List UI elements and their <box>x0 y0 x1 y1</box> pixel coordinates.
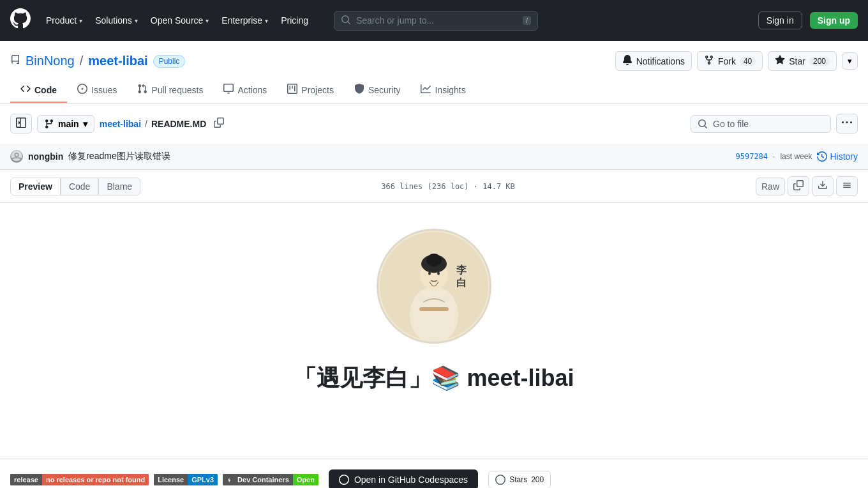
tab-projects[interactable]: Projects <box>277 79 344 103</box>
star-count: 200 <box>809 57 830 66</box>
fork-icon <box>704 55 714 67</box>
copy-raw-button[interactable] <box>788 176 809 196</box>
fork-count: 40 <box>740 57 756 66</box>
repo-action-add-button[interactable]: ▾ <box>842 52 858 70</box>
branch-selector-button[interactable]: main ▾ <box>37 115 94 133</box>
history-link[interactable]: History <box>817 151 858 162</box>
commit-row: nongbin 修复readme图片读取错误 9597284 · last we… <box>0 144 868 170</box>
actions-icon <box>223 84 234 96</box>
notifications-button[interactable]: Notifications <box>615 51 692 71</box>
main-header: Product ▾ Solutions ▾ Open Source ▾ Ente… <box>0 0 868 41</box>
github-logo[interactable] <box>10 8 31 33</box>
open-codespaces-button[interactable]: Open in GitHub Codespaces <box>329 469 478 488</box>
branch-chevron-icon: ▾ <box>83 119 87 129</box>
security-icon <box>354 84 364 96</box>
nav-open-source[interactable]: Open Source ▾ <box>146 11 214 29</box>
download-button[interactable] <box>812 176 834 196</box>
repo-name-link[interactable]: meet-libai <box>88 54 147 68</box>
license-badge[interactable]: License GPLv3 <box>154 473 218 486</box>
svg-text:李: 李 <box>456 264 467 275</box>
copy-path-button[interactable] <box>210 115 228 133</box>
file-tab-preview[interactable]: Preview <box>10 178 61 195</box>
svg-text:白: 白 <box>456 277 467 288</box>
star-button[interactable]: Star 200 <box>768 51 837 71</box>
header-actions: Sign in Sign up <box>758 11 858 29</box>
svg-rect-7 <box>419 307 449 311</box>
more-options-button[interactable] <box>836 114 858 133</box>
go-to-file-label: Go to file <box>713 119 749 129</box>
file-tab-blame[interactable]: Blame <box>98 178 140 195</box>
tab-insights[interactable]: Insights <box>410 79 475 103</box>
search-icon <box>341 15 351 27</box>
file-actions: Raw <box>756 176 858 196</box>
chevron-down-icon: ▾ <box>265 17 268 24</box>
nav-enterprise[interactable]: Enterprise ▾ <box>216 11 273 29</box>
repo-title: BinNong / meet-libai Public <box>10 54 185 68</box>
repo-actions: Notifications Fork 40 Star 200 ▾ <box>615 51 858 71</box>
commit-time-label: last week <box>780 152 812 161</box>
star-icon <box>775 55 785 67</box>
sign-in-button[interactable]: Sign in <box>758 11 802 29</box>
repo-header: BinNong / meet-libai Public Notification… <box>0 41 868 103</box>
projects-icon <box>287 84 297 96</box>
breadcrumb-repo-link[interactable]: meet-libai <box>100 119 141 129</box>
commit-author[interactable]: nongbin <box>28 151 63 162</box>
nav-product[interactable]: Product ▾ <box>41 11 87 29</box>
file-tabs: Preview Code Blame <box>10 178 140 195</box>
tab-security[interactable]: Security <box>344 79 411 103</box>
file-view-header: Preview Code Blame 366 lines (236 loc) ·… <box>0 170 868 203</box>
fork-button[interactable]: Fork 40 <box>697 51 763 71</box>
commit-time: · <box>773 152 775 161</box>
pull-request-icon <box>137 84 147 96</box>
svg-point-4 <box>426 254 442 266</box>
repo-owner-link[interactable]: BinNong <box>26 54 75 68</box>
repo-icon <box>10 55 20 68</box>
search-shortcut: / <box>523 16 531 25</box>
repo-tabs: Code Issues Pull requests Actions Projec… <box>10 79 858 103</box>
file-tab-code[interactable]: Code <box>61 178 98 195</box>
release-badge[interactable]: release no releases or repo not found <box>10 473 149 486</box>
readme-portrait: 李 白 <box>377 229 491 344</box>
search-input[interactable] <box>356 15 518 26</box>
tab-pull-requests[interactable]: Pull requests <box>127 79 213 103</box>
breadcrumb: meet-libai / README.MD <box>100 115 390 133</box>
sidebar-toggle-button[interactable] <box>10 114 32 133</box>
nav-solutions[interactable]: Solutions ▾ <box>90 11 143 29</box>
chevron-down-icon: ▾ <box>206 17 209 24</box>
repo-visibility-badge: Public <box>153 55 186 68</box>
search-box[interactable]: / <box>334 11 538 31</box>
main-nav: Product ▾ Solutions ▾ Open Source ▾ Ente… <box>41 11 313 29</box>
insights-icon <box>421 84 431 96</box>
issues-icon <box>77 84 87 96</box>
breadcrumb-file: README.MD <box>151 119 206 129</box>
raw-button[interactable]: Raw <box>756 178 785 195</box>
tab-code[interactable]: Code <box>10 79 67 103</box>
chevron-down-icon: ▾ <box>79 17 82 24</box>
sign-up-button[interactable]: Sign up <box>810 12 858 29</box>
readme-content: 李 白 「遇见李白」📚 meet-libai <box>0 203 868 459</box>
badge-row: release no releases or repo not found Li… <box>0 459 868 488</box>
dev-containers-badge[interactable]: Dev Containers Open <box>223 473 318 486</box>
tab-actions[interactable]: Actions <box>213 79 277 103</box>
avatar <box>10 150 23 163</box>
svg-point-5 <box>428 272 431 275</box>
file-browser-header: main ▾ meet-libai / README.MD Go to file <box>0 103 868 144</box>
bell-icon <box>622 55 632 67</box>
search-container: / <box>334 11 538 31</box>
repo-title-row: BinNong / meet-libai Public Notification… <box>10 51 858 71</box>
commit-message: 修复readme图片读取错误 <box>68 151 170 162</box>
code-icon <box>20 84 31 96</box>
tab-issues[interactable]: Issues <box>67 79 127 103</box>
file-meta: 366 lines (236 loc) · 14.7 KB <box>381 182 515 191</box>
readme-title: 「遇见李白」📚 meet-libai <box>10 363 858 394</box>
go-to-file-button[interactable]: Go to file <box>691 115 831 133</box>
svg-point-6 <box>437 272 440 275</box>
stars-badge[interactable]: Stars 200 <box>488 471 551 488</box>
commit-sha[interactable]: 9597284 <box>735 152 768 161</box>
nav-pricing[interactable]: Pricing <box>276 11 313 29</box>
chevron-down-icon: ▾ <box>135 17 138 24</box>
outline-button[interactable] <box>836 176 858 196</box>
